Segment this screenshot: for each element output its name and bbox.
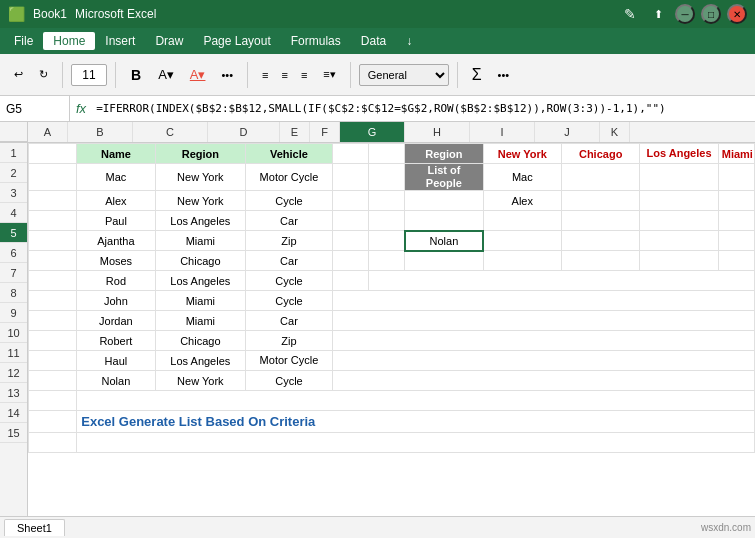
cell-B1[interactable]: Name [77, 144, 155, 164]
cell-B9[interactable]: Jordan [77, 311, 155, 331]
row-num-13[interactable]: 13 [0, 383, 27, 403]
col-header-F[interactable]: F [310, 122, 340, 142]
cell-J6[interactable] [640, 251, 718, 271]
menu-home[interactable]: Home [43, 32, 95, 50]
cell-E3[interactable] [332, 191, 368, 211]
cell-E6[interactable] [332, 251, 368, 271]
cell-D9[interactable]: Car [246, 311, 333, 331]
cell-F5[interactable] [369, 231, 405, 251]
cell-D10[interactable]: Zip [246, 331, 333, 351]
cell-A12[interactable] [29, 371, 77, 391]
cell-E4[interactable] [332, 211, 368, 231]
cell-A5[interactable] [29, 231, 77, 251]
cell-D11[interactable]: Motor Cycle [246, 351, 333, 371]
cell-C9[interactable]: Miami [155, 311, 245, 331]
cell-G5-selected[interactable]: Nolan [405, 231, 483, 251]
cell-C2[interactable]: New York [155, 164, 245, 191]
menu-more[interactable]: ↓ [396, 32, 422, 50]
cell-C4[interactable]: Los Angeles [155, 211, 245, 231]
col-header-K[interactable]: K [600, 122, 630, 142]
cell-B6[interactable]: Moses [77, 251, 155, 271]
col-header-I[interactable]: I [470, 122, 535, 142]
col-header-A[interactable]: A [28, 122, 68, 142]
col-header-J[interactable]: J [535, 122, 600, 142]
cell-E5[interactable] [332, 231, 368, 251]
cell-B8[interactable]: John [77, 291, 155, 311]
cell-I1[interactable]: Chicago [561, 144, 639, 164]
cell-K2[interactable] [718, 164, 754, 191]
sheet-tab-1[interactable]: Sheet1 [4, 519, 65, 536]
menu-draw[interactable]: Draw [145, 32, 193, 50]
cell-B11[interactable]: Haul [77, 351, 155, 371]
cell-F4[interactable] [369, 211, 405, 231]
cell-A10[interactable] [29, 331, 77, 351]
cell-F1[interactable] [369, 144, 405, 164]
cell-E1[interactable] [332, 144, 368, 164]
cell-C7[interactable]: Los Angeles [155, 271, 245, 291]
cell-K6[interactable] [718, 251, 754, 271]
cell-F2[interactable] [369, 164, 405, 191]
cell-E7[interactable] [332, 271, 368, 291]
row-num-3[interactable]: 3 [0, 183, 27, 203]
col-header-H[interactable]: H [405, 122, 470, 142]
more-ribbon-button[interactable]: ••• [492, 66, 516, 84]
cell-G6[interactable] [405, 251, 483, 271]
row-num-9[interactable]: 9 [0, 303, 27, 323]
cell-F3[interactable] [369, 191, 405, 211]
cell-C1[interactable]: Region [155, 144, 245, 164]
row-num-2[interactable]: 2 [0, 163, 27, 183]
share-button[interactable]: ⬆ [648, 5, 669, 24]
cell-A7[interactable] [29, 271, 77, 291]
cell-C3[interactable]: New York [155, 191, 245, 211]
number-format-dropdown[interactable]: General Number Currency [359, 64, 449, 86]
cell-A6[interactable] [29, 251, 77, 271]
cell-A13[interactable] [29, 391, 77, 411]
cell-G1[interactable]: Region [405, 144, 483, 164]
cell-H5[interactable] [483, 231, 561, 251]
col-header-G[interactable]: G [340, 122, 405, 142]
cell-A9[interactable] [29, 311, 77, 331]
more-font-button[interactable]: ••• [215, 66, 239, 84]
cell-G3[interactable] [405, 191, 483, 211]
cell-K3[interactable] [718, 191, 754, 211]
row-num-6[interactable]: 6 [0, 243, 27, 263]
row-num-7[interactable]: 7 [0, 263, 27, 283]
cell-C8[interactable]: Miami [155, 291, 245, 311]
cell-D5[interactable]: Zip [246, 231, 333, 251]
cell-D1[interactable]: Vehicle [246, 144, 333, 164]
cell-D7[interactable]: Cycle [246, 271, 333, 291]
cell-H2[interactable]: Mac [483, 164, 561, 191]
cell-A2[interactable] [29, 164, 77, 191]
cell-A8[interactable] [29, 291, 77, 311]
cell-J4[interactable] [640, 211, 718, 231]
cell-E2[interactable] [332, 164, 368, 191]
cell-K4[interactable] [718, 211, 754, 231]
cell-I3[interactable] [561, 191, 639, 211]
cell-B2[interactable]: Mac [77, 164, 155, 191]
pen-button[interactable]: ✎ [618, 3, 642, 25]
cell-B3[interactable]: Alex [77, 191, 155, 211]
undo-button[interactable]: ↩ [8, 65, 29, 84]
more-align-button[interactable]: ≡▾ [317, 65, 341, 84]
cell-D8[interactable]: Cycle [246, 291, 333, 311]
cell-C12[interactable]: New York [155, 371, 245, 391]
cell-D3[interactable]: Cycle [246, 191, 333, 211]
cell-B10[interactable]: Robert [77, 331, 155, 351]
cell-C10[interactable]: Chicago [155, 331, 245, 351]
cell-B7[interactable]: Rod [77, 271, 155, 291]
menu-file[interactable]: File [4, 32, 43, 50]
cell-H1[interactable]: New York [483, 144, 561, 164]
font-size-input[interactable] [71, 64, 107, 86]
cell-J5[interactable] [640, 231, 718, 251]
maximize-button[interactable]: □ [701, 4, 721, 24]
cell-I5[interactable] [561, 231, 639, 251]
col-header-E[interactable]: E [280, 122, 310, 142]
cell-D4[interactable]: Car [246, 211, 333, 231]
cell-A3[interactable] [29, 191, 77, 211]
cell-D12[interactable]: Cycle [246, 371, 333, 391]
row-num-5[interactable]: 5 [0, 223, 27, 243]
cell-A1[interactable] [29, 144, 77, 164]
row-num-12[interactable]: 12 [0, 363, 27, 383]
cell-D6[interactable]: Car [246, 251, 333, 271]
align-left-button[interactable]: ≡ [256, 66, 274, 84]
